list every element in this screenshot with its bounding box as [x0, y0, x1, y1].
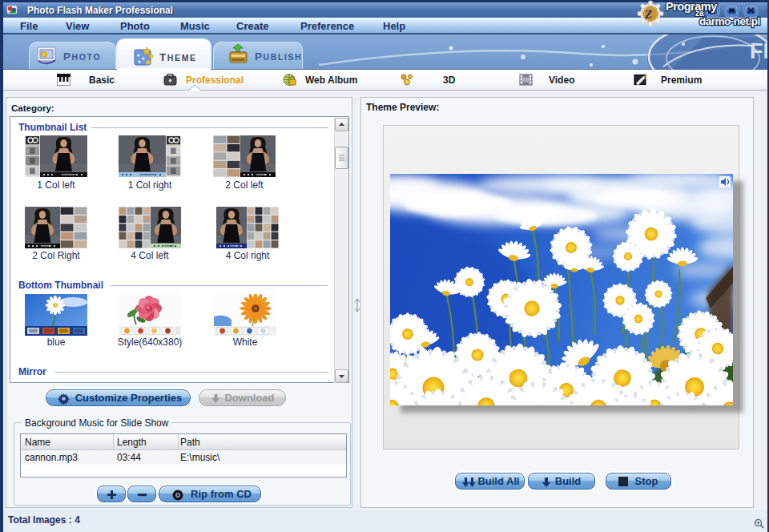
svg-text:darmo-net.pl: darmo-net.pl [699, 15, 760, 27]
svg-text:Z: Z [644, 8, 652, 21]
svg-text:FL: FL [750, 39, 767, 63]
svg-text:Programy: Programy [666, 0, 717, 13]
